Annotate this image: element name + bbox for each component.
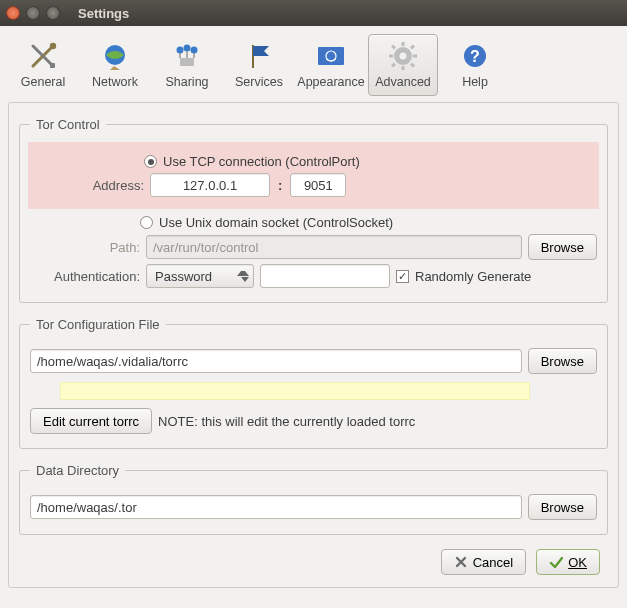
warning-strip xyxy=(60,382,530,400)
edit-torrc-button[interactable]: Edit current torrc xyxy=(30,408,152,434)
tab-label: Services xyxy=(235,75,283,89)
sharing-nodes-icon xyxy=(172,39,202,73)
window-close-button[interactable] xyxy=(6,6,20,20)
svg-text:?: ? xyxy=(470,48,480,65)
ok-check-icon xyxy=(549,555,563,569)
tor-control-group: Tor Control Use TCP connection (ControlP… xyxy=(19,117,608,303)
config-file-legend: Tor Configuration File xyxy=(30,317,166,332)
titlebar: Settings xyxy=(0,0,627,26)
svg-rect-1 xyxy=(50,63,55,68)
tab-label: General xyxy=(21,75,65,89)
svg-point-6 xyxy=(191,47,198,54)
svg-rect-3 xyxy=(180,58,194,66)
tab-label: Advanced xyxy=(375,75,431,89)
tcp-highlight: Use TCP connection (ControlPort) Address… xyxy=(28,142,599,209)
torrc-path-input[interactable] xyxy=(30,349,522,373)
random-generate-checkbox[interactable] xyxy=(396,270,409,283)
flag-icon xyxy=(244,39,274,73)
settings-toolbar: General Network Sharing Services Appeara… xyxy=(8,30,619,102)
config-file-group: Tor Configuration File Browse Edit curre… xyxy=(19,317,608,449)
svg-point-5 xyxy=(184,45,191,52)
window-title: Settings xyxy=(78,6,129,21)
tab-label: Appearance xyxy=(297,75,364,89)
svg-rect-17 xyxy=(410,45,415,50)
dialog-footer: Cancel OK xyxy=(19,541,608,575)
cancel-icon xyxy=(454,555,468,569)
svg-point-0 xyxy=(50,43,56,49)
svg-rect-19 xyxy=(410,63,415,68)
data-directory-input[interactable] xyxy=(30,495,522,519)
auth-mode-value: Password xyxy=(155,269,212,284)
address-port-separator: : xyxy=(276,178,284,193)
address-label: Address: xyxy=(34,178,144,193)
tab-services[interactable]: Services xyxy=(224,34,294,96)
svg-rect-16 xyxy=(391,45,396,50)
svg-rect-15 xyxy=(413,55,417,58)
port-input[interactable] xyxy=(290,173,346,197)
tab-help[interactable]: ? Help xyxy=(440,34,510,96)
window-body: General Network Sharing Services Appeara… xyxy=(0,26,627,598)
svg-rect-13 xyxy=(402,66,405,70)
window-maximize-button[interactable] xyxy=(46,6,60,20)
auth-label: Authentication: xyxy=(30,269,140,284)
wrench-screwdriver-icon xyxy=(28,39,58,73)
window-minimize-button[interactable] xyxy=(26,6,40,20)
globe-network-icon xyxy=(100,39,130,73)
address-input[interactable] xyxy=(150,173,270,197)
tor-control-legend: Tor Control xyxy=(30,117,106,132)
svg-rect-12 xyxy=(402,42,405,46)
browse-socket-button[interactable]: Browse xyxy=(528,234,597,260)
radio-tcp-label: Use TCP connection (ControlPort) xyxy=(163,154,360,169)
cancel-button[interactable]: Cancel xyxy=(441,549,526,575)
tab-network[interactable]: Network xyxy=(80,34,150,96)
tab-advanced[interactable]: Advanced xyxy=(368,34,438,96)
path-label: Path: xyxy=(30,240,140,255)
browse-datadir-button[interactable]: Browse xyxy=(528,494,597,520)
gear-icon xyxy=(387,39,419,73)
advanced-panel: Tor Control Use TCP connection (ControlP… xyxy=(8,102,619,588)
browse-torrc-button[interactable]: Browse xyxy=(528,348,597,374)
ok-button[interactable]: OK xyxy=(536,549,600,575)
svg-rect-14 xyxy=(389,55,393,58)
svg-point-4 xyxy=(177,47,184,54)
help-icon: ? xyxy=(460,39,490,73)
radio-unix-label: Use Unix domain socket (ControlSocket) xyxy=(159,215,393,230)
radio-tcp[interactable] xyxy=(144,155,157,168)
tab-sharing[interactable]: Sharing xyxy=(152,34,222,96)
auth-password-input[interactable] xyxy=(260,264,390,288)
un-flag-icon xyxy=(316,39,346,73)
tab-label: Help xyxy=(462,75,488,89)
svg-rect-8 xyxy=(318,47,344,65)
data-directory-legend: Data Directory xyxy=(30,463,125,478)
svg-point-11 xyxy=(400,53,407,60)
auth-mode-select[interactable]: Password xyxy=(146,264,254,288)
tab-general[interactable]: General xyxy=(8,34,78,96)
radio-unix[interactable] xyxy=(140,216,153,229)
data-directory-group: Data Directory Browse xyxy=(19,463,608,535)
tab-label: Sharing xyxy=(165,75,208,89)
tab-label: Network xyxy=(92,75,138,89)
edit-torrc-note: NOTE: this will edit the currently loade… xyxy=(158,414,415,429)
random-generate-label: Randomly Generate xyxy=(415,269,531,284)
socket-path-input xyxy=(146,235,522,259)
svg-rect-18 xyxy=(391,63,396,68)
tab-appearance[interactable]: Appearance xyxy=(296,34,366,96)
